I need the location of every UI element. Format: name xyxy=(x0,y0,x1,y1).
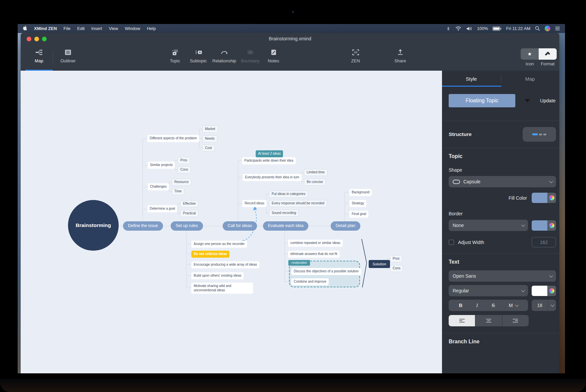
window-titlebar[interactable]: Brainstorming.xmind xyxy=(21,33,559,45)
topic-button[interactable]: Topic xyxy=(166,48,184,63)
shape-dropdown[interactable]: Capsule xyxy=(449,176,556,187)
topic-analyzation[interactable]: Analyzation xyxy=(288,260,310,266)
topic-do-not-criticize[interactable]: Do not criticize ideas xyxy=(191,251,229,258)
topic-root-brainstorming[interactable]: Brainstorming xyxy=(68,200,119,251)
topic-strategy[interactable]: Strategy xyxy=(349,200,366,207)
fill-color-swatch[interactable] xyxy=(532,193,556,203)
map-view-button[interactable]: Map xyxy=(25,48,53,63)
topic-motivate-sharing[interactable]: Motivate sharing wild and unconventional… xyxy=(191,283,253,294)
menu-help[interactable]: Help xyxy=(144,24,159,33)
topic-cons-solution[interactable]: Cons xyxy=(390,265,403,272)
bold-button[interactable]: B xyxy=(459,303,462,308)
menu-window[interactable]: Window xyxy=(121,24,143,33)
topic-cost[interactable]: Cost xyxy=(202,145,215,152)
topic-similar-projects[interactable]: Similar projects xyxy=(148,162,175,169)
tab-style[interactable]: Style xyxy=(442,76,501,82)
strikethrough-button[interactable]: S xyxy=(492,303,495,308)
menu-edit[interactable]: Edit xyxy=(74,24,88,33)
topic-limited-time[interactable]: Limited time xyxy=(304,169,327,176)
topic-be-concise[interactable]: Be concise xyxy=(304,179,326,186)
topic-at-least-2-ideas[interactable]: At least 2 ideas xyxy=(256,150,283,157)
tab-map[interactable]: Map xyxy=(501,76,559,82)
topic-pros-projects[interactable]: Pros xyxy=(178,157,190,164)
wifi-icon[interactable] xyxy=(455,26,462,31)
align-center-button[interactable] xyxy=(475,315,502,326)
border-color-swatch[interactable] xyxy=(532,220,556,231)
topic-determine-a-goal[interactable]: Determine a goal xyxy=(147,205,177,212)
update-style-button[interactable]: Update xyxy=(540,98,556,103)
topic-put-ideas-in-categories[interactable]: Put ideas in categories xyxy=(269,191,308,198)
topic-different-aspects[interactable]: Different aspects of the problem xyxy=(147,135,199,142)
relationship-button[interactable]: Relationship xyxy=(212,48,236,63)
menu-clock[interactable]: Fri 11:22 AM xyxy=(506,26,530,31)
bluetooth-icon[interactable] xyxy=(446,26,451,32)
style-dropdown-arrow[interactable] xyxy=(525,99,530,102)
topic-discuss-objectives[interactable]: Discuss the objectives of a possible sol… xyxy=(291,268,361,275)
border-style-dropdown[interactable]: None xyxy=(449,220,528,231)
notes-button[interactable]: Notes xyxy=(264,48,283,63)
topic-combine-and-improve[interactable]: Combine and improve xyxy=(291,278,329,285)
italic-button[interactable]: I xyxy=(476,303,478,308)
topic-sound-recording[interactable]: Sound recording xyxy=(269,210,299,217)
topic-everybody-presents[interactable]: Everybody presents their idea in turn xyxy=(243,174,302,181)
laptop-base xyxy=(0,379,586,392)
structure-picker-button[interactable] xyxy=(523,127,556,142)
topic-final-goal[interactable]: Final goal xyxy=(349,211,368,218)
topic-encourage-producing[interactable]: Encourage producing a wide array of idea… xyxy=(191,261,259,268)
battery-icon xyxy=(492,26,502,31)
mindmap-canvas[interactable]: Brainstorming Define the issueSet up rul… xyxy=(21,71,442,373)
outliner-view-button[interactable]: Outliner xyxy=(53,48,83,63)
topic-needs[interactable]: Needs xyxy=(202,135,217,142)
topic-pros-solution[interactable]: Pros xyxy=(390,255,402,262)
topic-participants-write-down[interactable]: Participants write down their idea xyxy=(242,157,296,164)
notification-center-icon[interactable] xyxy=(555,26,560,31)
topic-assign-one-person[interactable]: Assign one person as the recorder xyxy=(191,241,247,248)
adjust-width-checkbox[interactable] xyxy=(449,240,454,245)
menu-insert[interactable]: Insert xyxy=(88,24,106,33)
siri-icon[interactable] xyxy=(545,26,550,31)
topic-call-for-ideas[interactable]: Call for ideas xyxy=(223,221,257,231)
topic-background[interactable]: Background xyxy=(349,189,372,196)
topic-resource[interactable]: Resource xyxy=(172,179,191,186)
icon-panel-button[interactable]: ★ xyxy=(521,48,539,60)
more-text-options-button[interactable]: M xyxy=(509,303,518,308)
font-size-control[interactable]: 18 xyxy=(532,300,556,311)
align-left-button[interactable] xyxy=(449,315,475,326)
shape-label: Shape xyxy=(449,167,559,173)
zen-mode-button[interactable]: ZEN xyxy=(346,48,365,63)
subtopic-button[interactable]: Subtopic xyxy=(189,48,208,63)
topic-solution[interactable]: Solution xyxy=(369,260,390,268)
topic-eliminate-answers[interactable]: eliminate answers that do not fit xyxy=(288,251,340,258)
topic-effective[interactable]: Effective xyxy=(180,200,198,207)
menu-xmind-zen[interactable]: XMind ZEN xyxy=(31,24,60,33)
share-button[interactable]: Share xyxy=(391,48,410,63)
width-value-field[interactable]: 162 xyxy=(532,237,556,247)
apple-menu-icon[interactable] xyxy=(23,26,28,31)
topic-record-ideas[interactable]: Record ideas xyxy=(242,200,267,207)
topic-time[interactable]: Time xyxy=(172,188,184,195)
icon-format-segmented-control: ★ Icon Format xyxy=(521,48,557,66)
webcam-dot xyxy=(292,11,294,13)
font-family-dropdown[interactable]: Open Sans xyxy=(449,270,556,282)
chevron-down-icon xyxy=(549,274,553,277)
format-panel-button[interactable] xyxy=(539,48,557,60)
topic-challenges[interactable]: Challenges xyxy=(148,183,169,190)
align-right-button[interactable] xyxy=(502,315,529,326)
menu-file[interactable]: File xyxy=(60,24,74,33)
topic-market[interactable]: Market xyxy=(202,126,218,133)
spotlight-search-icon[interactable] xyxy=(535,26,540,31)
font-weight-dropdown[interactable]: Regular xyxy=(449,285,528,296)
topic-every-response-recorded[interactable]: Every response should be recorded xyxy=(269,200,327,207)
topic-define-the-issue[interactable]: Define the issue xyxy=(123,221,163,231)
floating-topic-style-button[interactable]: Floating Topic xyxy=(449,94,515,107)
topic-set-up-rules[interactable]: Set up rules xyxy=(171,221,203,231)
topic-cons-projects[interactable]: Cons xyxy=(178,166,191,173)
topic-practical[interactable]: Practical xyxy=(180,210,198,217)
menu-view[interactable]: View xyxy=(105,24,121,33)
text-color-swatch[interactable] xyxy=(532,286,556,296)
volume-icon[interactable] xyxy=(466,26,473,31)
topic-detail-plan[interactable]: Detail plan xyxy=(331,221,360,231)
topic-evaluate-each-idea[interactable]: Evaluate each idea xyxy=(263,221,308,231)
topic-build-upon[interactable]: Build upon others' existing ideas xyxy=(191,272,244,279)
topic-combine-repeated[interactable]: combine repeated or similar ideas xyxy=(288,240,343,247)
